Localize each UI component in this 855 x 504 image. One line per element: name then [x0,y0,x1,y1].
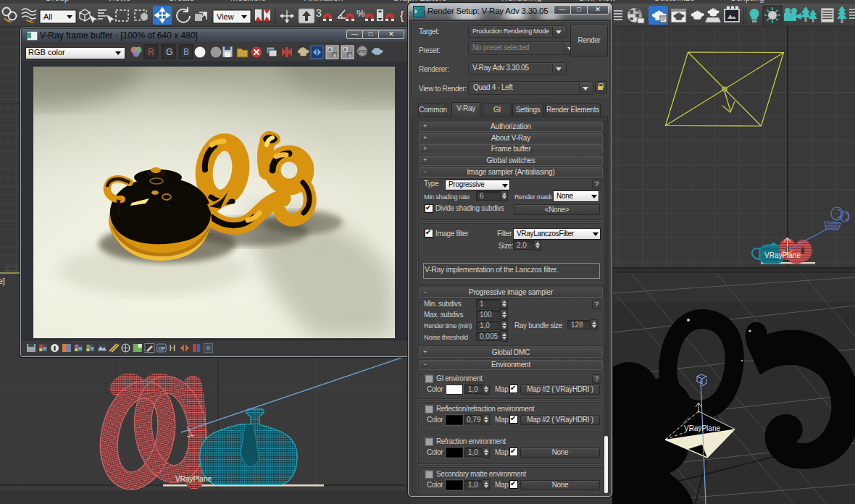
svg-text:VRayPlane: VRayPlane [764,251,801,259]
svg-text:VRayPlane: VRayPlane [175,475,212,483]
svg-text:R: R [148,47,154,57]
svg-text:B: B [183,47,189,57]
svg-text:G: G [166,47,172,57]
svg-text:B: B [333,53,336,58]
svg-text:{: { [400,9,404,22]
svg-text:%: % [356,8,365,19]
svg-text:A: A [328,47,332,52]
svg-text:VRayPlane: VRayPlane [684,424,720,432]
svg-text:All: All [43,12,52,21]
svg-text:STOP: STOP [358,49,370,54]
svg-text:3: 3 [316,7,322,19]
svg-text:B: B [349,53,351,58]
svg-text:OP: OP [158,346,165,351]
svg-text:H: H [170,343,176,353]
svg-text:View: View [217,12,234,21]
svg-text:e]: e] [0,277,5,285]
svg-text:A: A [343,47,347,52]
